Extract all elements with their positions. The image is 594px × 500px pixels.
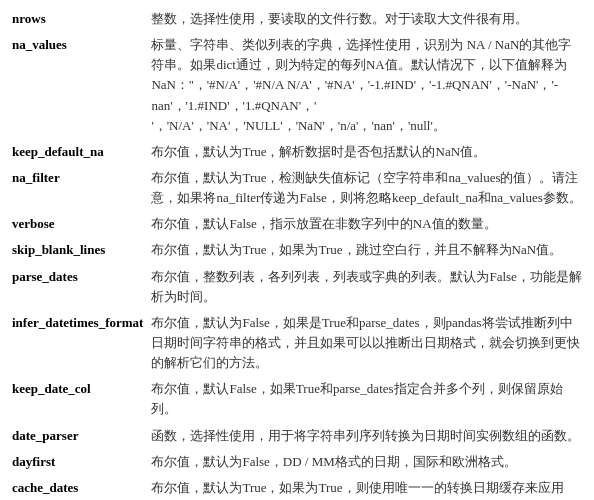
table-row: date_parser函数，选择性使用，用于将字符串列序列转换为日期时间实例数组… bbox=[8, 423, 586, 449]
param-name: date_parser bbox=[8, 423, 147, 449]
table-row: na_values标量、字符串、类似列表的字典，选择性使用，识别为 NA / N… bbox=[8, 32, 586, 139]
param-desc: 布尔值，默认为True，解析数据时是否包括默认的NaN值。 bbox=[147, 139, 586, 165]
param-desc: 布尔值，默认为True，如果为True，跳过空白行，并且不解释为NaN值。 bbox=[147, 237, 586, 263]
table-row: cache_dates布尔值，默认为True，如果为True，则使用唯一一的转换… bbox=[8, 475, 586, 500]
param-name: cache_dates bbox=[8, 475, 147, 500]
param-desc: 函数，选择性使用，用于将字符串列序列转换为日期时间实例数组的函数。 bbox=[147, 423, 586, 449]
param-name: dayfirst bbox=[8, 449, 147, 475]
main-container: nrows整数，选择性使用，要读取的文件行数。对于读取大文件很有用。na_val… bbox=[0, 0, 594, 500]
param-name: verbose bbox=[8, 211, 147, 237]
table-row: verbose布尔值，默认False，指示放置在非数字列中的NA值的数量。 bbox=[8, 211, 586, 237]
param-name: infer_datetimes_format bbox=[8, 310, 147, 376]
param-desc: 布尔值，默认为False，DD / MM格式的日期，国际和欧洲格式。 bbox=[147, 449, 586, 475]
table-row: nrows整数，选择性使用，要读取的文件行数。对于读取大文件很有用。 bbox=[8, 6, 586, 32]
param-desc: 整数，选择性使用，要读取的文件行数。对于读取大文件很有用。 bbox=[147, 6, 586, 32]
param-name: skip_blank_lines bbox=[8, 237, 147, 263]
param-desc: 布尔值，整数列表，各列列表，列表或字典的列表。默认为False，功能是解析为时间… bbox=[147, 264, 586, 310]
params-table: nrows整数，选择性使用，要读取的文件行数。对于读取大文件很有用。na_val… bbox=[8, 6, 586, 500]
table-row: na_filter布尔值，默认为True，检测缺失值标记（空字符串和na_val… bbox=[8, 165, 586, 211]
param-desc: 布尔值，默认为True，检测缺失值标记（空字符串和na_values的值）。请注… bbox=[147, 165, 586, 211]
param-name: keep_default_na bbox=[8, 139, 147, 165]
param-desc: 布尔值，默认为False，如果是True和parse_dates，则pandas… bbox=[147, 310, 586, 376]
table-row: parse_dates布尔值，整数列表，各列列表，列表或字典的列表。默认为Fal… bbox=[8, 264, 586, 310]
table-row: keep_default_na布尔值，默认为True，解析数据时是否包括默认的N… bbox=[8, 139, 586, 165]
table-row: skip_blank_lines布尔值，默认为True，如果为True，跳过空白… bbox=[8, 237, 586, 263]
param-desc: 布尔值，默认False，如果True和parse_dates指定合并多个列，则保… bbox=[147, 376, 586, 422]
param-desc: 布尔值，默认False，指示放置在非数字列中的NA值的数量。 bbox=[147, 211, 586, 237]
param-desc: 布尔值，默认为True，如果为True，则使用唯一一的转换日期缓存来应用date… bbox=[147, 475, 586, 500]
table-row: keep_date_col布尔值，默认False，如果True和parse_da… bbox=[8, 376, 586, 422]
param-name: parse_dates bbox=[8, 264, 147, 310]
param-desc: 标量、字符串、类似列表的字典，选择性使用，识别为 NA / NaN的其他字符串。… bbox=[147, 32, 586, 139]
table-row: infer_datetimes_format布尔值，默认为False，如果是Tr… bbox=[8, 310, 586, 376]
table-row: dayfirst布尔值，默认为False，DD / MM格式的日期，国际和欧洲格… bbox=[8, 449, 586, 475]
param-name: keep_date_col bbox=[8, 376, 147, 422]
param-name: nrows bbox=[8, 6, 147, 32]
param-name: na_filter bbox=[8, 165, 147, 211]
param-name: na_values bbox=[8, 32, 147, 139]
